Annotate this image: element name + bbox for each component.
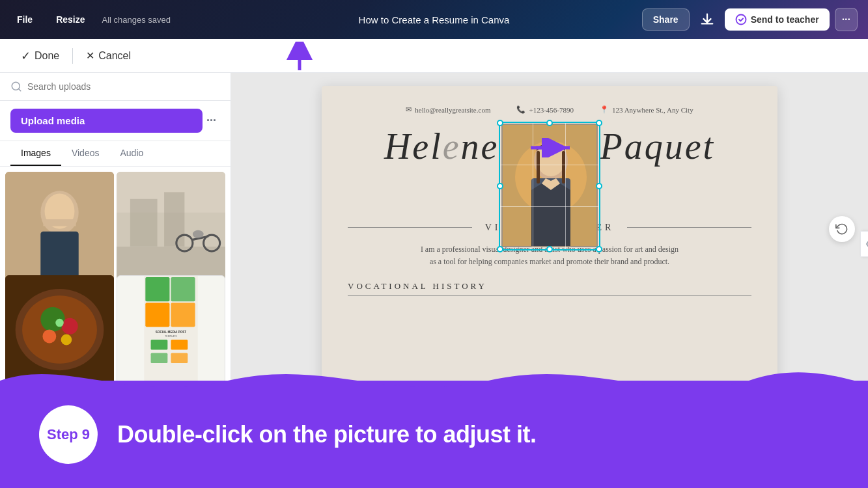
street-photo-icon xyxy=(117,172,225,280)
checkmark-icon: ✓ xyxy=(21,49,31,63)
tab-audio[interactable]: Audio xyxy=(109,141,154,166)
bottom-instruction: Double-click on the picture to adjust it… xyxy=(117,421,537,448)
contact-email: ✉ hello@reallygreatsite.com xyxy=(406,105,490,114)
search-icon xyxy=(10,81,22,92)
svg-point-25 xyxy=(55,319,64,327)
svg-rect-30 xyxy=(171,303,195,327)
location-icon: 📍 xyxy=(600,105,609,114)
document-title: How to Create a Resume in Canva xyxy=(359,14,510,25)
refresh-icon xyxy=(835,223,848,236)
portrait-photo-icon xyxy=(5,172,114,280)
wave-decoration xyxy=(0,358,868,403)
svg-point-22 xyxy=(62,318,78,334)
svg-point-20 xyxy=(22,296,97,364)
phone-icon: 📞 xyxy=(516,105,525,114)
upload-media-button[interactable]: Upload media xyxy=(10,109,203,133)
checkmark-circle-icon xyxy=(735,14,747,25)
resume-section-title: VOCATIONAL HISTORY xyxy=(348,281,751,296)
svg-text:SOCIAL MEDIA POST: SOCIAL MEDIA POST xyxy=(156,331,186,334)
file-menu-button[interactable]: File xyxy=(10,10,39,29)
refresh-button[interactable] xyxy=(829,216,855,242)
edit-toolbar: ✓ Done ✕ Cancel xyxy=(0,39,868,73)
list-item[interactable] xyxy=(117,172,225,280)
svg-rect-6 xyxy=(40,232,78,280)
toolbar-separator xyxy=(72,48,73,64)
search-bar xyxy=(0,73,231,101)
send-to-teacher-button[interactable]: Send to teacher xyxy=(725,8,830,31)
resize-button[interactable]: Resize xyxy=(49,10,91,29)
contact-address: 📍 123 Anywhere St., Any City xyxy=(600,105,693,114)
media-tabs: Images Videos Audio xyxy=(0,141,231,167)
svg-point-24 xyxy=(61,334,72,346)
app-header: File Resize All changes saved How to Cre… xyxy=(0,0,868,39)
download-button[interactable] xyxy=(695,7,720,32)
contact-phone: 📞 +123-456-7890 xyxy=(516,105,574,114)
svg-rect-13 xyxy=(164,192,184,247)
svg-text:TEMPLATE: TEMPLATE xyxy=(165,335,177,338)
svg-point-23 xyxy=(42,330,56,344)
share-button[interactable]: Share xyxy=(642,8,690,31)
email-icon: ✉ xyxy=(406,105,412,114)
svg-rect-12 xyxy=(130,199,158,247)
svg-point-17 xyxy=(193,230,204,239)
svg-rect-8 xyxy=(43,219,76,226)
list-item[interactable] xyxy=(5,172,114,280)
svg-rect-28 xyxy=(171,277,195,301)
done-button[interactable]: ✓ Done xyxy=(13,44,67,68)
svg-rect-29 xyxy=(145,303,169,327)
close-icon: ✕ xyxy=(86,49,94,62)
move-arrow-annotation xyxy=(531,138,570,160)
header-right: Share Send to teacher ··· xyxy=(642,7,858,32)
step-circle: Step 9 xyxy=(39,405,98,464)
header-left: File Resize All changes saved xyxy=(10,10,171,29)
tab-images[interactable]: Images xyxy=(10,141,61,166)
title-line-left xyxy=(348,227,472,228)
upload-bar: Upload media ··· xyxy=(0,101,231,141)
search-input[interactable] xyxy=(27,81,220,92)
up-arrow-annotation xyxy=(287,42,313,73)
resume-contact-row: ✉ hello@reallygreatsite.com 📞 +123-456-7… xyxy=(348,105,751,114)
svg-rect-34 xyxy=(171,340,188,349)
tab-videos[interactable]: Videos xyxy=(61,141,110,166)
svg-rect-27 xyxy=(145,277,169,301)
title-line-right xyxy=(627,227,751,228)
autosave-status: All changes saved xyxy=(102,15,171,25)
cancel-button[interactable]: ✕ Cancel xyxy=(78,44,139,67)
chevron-left-icon xyxy=(865,239,868,249)
svg-rect-33 xyxy=(151,340,168,349)
upload-more-options-button[interactable]: ··· xyxy=(203,110,220,131)
more-options-button[interactable]: ··· xyxy=(835,8,858,31)
step-label: Step 9 xyxy=(47,426,90,443)
sidebar-collapse-handle[interactable] xyxy=(860,231,868,257)
bottom-section: Step 9 Double-click on the picture to ad… xyxy=(0,381,868,488)
svg-point-0 xyxy=(736,15,746,25)
